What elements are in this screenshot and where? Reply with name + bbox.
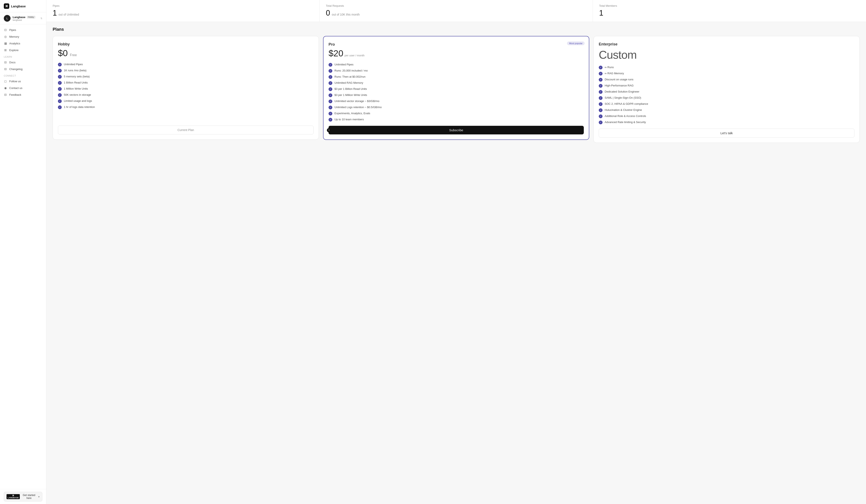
explore-icon: ⊞ bbox=[4, 48, 7, 52]
plans-grid: Hobby $0 Free ✓ Unlimited Pipes ✓ 1K run… bbox=[53, 36, 860, 143]
enterprise-action: Let's talk bbox=[599, 128, 854, 138]
org-name: Langbase bbox=[13, 15, 25, 19]
chevron-icon: ⇅ bbox=[41, 17, 42, 20]
check-icon: ✓ bbox=[58, 87, 62, 91]
plan-card-hobby: Hobby $0 Free ✓ Unlimited Pipes ✓ 1K run… bbox=[53, 36, 319, 140]
check-icon: ✓ bbox=[329, 69, 332, 73]
check-icon: ✓ bbox=[329, 87, 332, 91]
enterprise-price: Custom bbox=[599, 48, 854, 61]
sidebar-item-docs[interactable]: ⊟ Docs bbox=[0, 59, 46, 66]
check-icon: ✓ bbox=[599, 114, 602, 118]
main-content: Pipes 1 out of Unlimited Total Requests … bbox=[46, 0, 866, 504]
feature-item: ✓ Runs: 20,000 included / mo bbox=[329, 69, 584, 73]
feature-item: ✓ Hulucination & Clustrer Engine bbox=[599, 108, 854, 112]
logo-icon: ⌘ bbox=[4, 3, 9, 9]
feature-item: ✓ $3 per 1 Million Write Units bbox=[329, 93, 584, 97]
stat-requests-sub: out of 10K this month bbox=[332, 13, 359, 16]
check-icon: ✓ bbox=[599, 96, 602, 100]
stat-members-number: 1 bbox=[599, 9, 603, 18]
check-icon: ✓ bbox=[329, 118, 332, 122]
feature-text: ∞ Runs bbox=[604, 66, 614, 69]
sidebar-item-explore[interactable]: ⊞ Explore bbox=[0, 47, 46, 54]
sidebar-item-memory[interactable]: ◎ Memory bbox=[0, 33, 46, 40]
feature-text: 5 memory sets (beta) bbox=[64, 75, 90, 79]
feature-item: ✓ 1K runs /mo (beta) bbox=[58, 69, 314, 72]
memory-icon: ◎ bbox=[4, 35, 7, 38]
feature-text: Unlimited vector storage ~ $3/GB/mo bbox=[334, 99, 379, 103]
nav-label-explore: Explore bbox=[9, 49, 19, 52]
feature-text: High-Performance RAG bbox=[604, 84, 633, 88]
feature-item: ✓ Additional Role & Access Controls bbox=[599, 114, 854, 118]
subscribe-button[interactable]: Subscribe bbox=[329, 126, 584, 135]
sidebar-bottom: ⌘ LANGBASE Get started here » bbox=[0, 489, 46, 504]
docs-icon: ⊟ bbox=[4, 60, 7, 64]
hobby-price-label: Free bbox=[70, 53, 77, 57]
contact-icon: ◉ bbox=[4, 86, 7, 90]
feature-text: Unlimited Pipes bbox=[64, 62, 83, 66]
feature-text: Runs: Then at $0.002/run bbox=[334, 75, 365, 79]
feature-text: Unlimited RAG Memory bbox=[334, 81, 363, 85]
feature-text: Hulucination & Clustrer Engine bbox=[604, 108, 642, 112]
learn-section-label: Learn bbox=[0, 54, 46, 59]
feature-item: ✓ Unlimited vector storage ~ $3/GB/mo bbox=[329, 99, 584, 103]
org-slug: langbase bbox=[13, 19, 38, 21]
get-started-button[interactable]: ⌘ LANGBASE Get started here » bbox=[4, 492, 42, 502]
langbase-tag: ⌘ LANGBASE bbox=[7, 494, 20, 499]
check-icon: ✓ bbox=[58, 93, 62, 97]
sidebar-item-analytics[interactable]: ▦ Analytics bbox=[0, 40, 46, 47]
feature-text: SOC 2, HIPAA & GDPR compliance bbox=[604, 102, 648, 106]
check-icon: ✓ bbox=[599, 102, 602, 106]
plan-pro-name: Pro bbox=[329, 42, 584, 47]
org-switcher[interactable]: L Langbase Hobby langbase ⇅ bbox=[0, 12, 46, 24]
check-icon: ✓ bbox=[329, 106, 332, 110]
hobby-price-amount: $0 bbox=[58, 48, 68, 58]
pipes-icon: ⊡ bbox=[4, 28, 7, 32]
sidebar-item-feedback[interactable]: ⊟ Feedback bbox=[0, 91, 46, 98]
org-avatar: L bbox=[4, 15, 11, 22]
feature-item: ✓ Limited usage and logs bbox=[58, 99, 314, 103]
feature-item: ✓ Runs: Then at $0.002/run bbox=[329, 75, 584, 79]
check-icon: ✓ bbox=[599, 78, 602, 82]
app-name: Langbase bbox=[11, 4, 26, 8]
feature-text: Limited usage and logs bbox=[64, 99, 92, 103]
sidebar-item-follow[interactable]: ◻ Follow us bbox=[0, 78, 46, 84]
feature-text: 1K runs /mo (beta) bbox=[64, 69, 87, 72]
plan-hobby-price: $0 Free bbox=[58, 48, 314, 58]
feature-item: ✓ SAML | Single-Sign-On (SSO) bbox=[599, 96, 854, 100]
sidebar-item-changelog[interactable]: ⊟ Changelog bbox=[0, 66, 46, 72]
check-icon: ✓ bbox=[329, 100, 332, 103]
feature-text: 1 Billion Read Units bbox=[64, 81, 88, 84]
lets-talk-button[interactable]: Let's talk bbox=[599, 128, 854, 138]
check-icon: ✓ bbox=[58, 105, 62, 109]
feature-text: ∞ RAG Memory bbox=[604, 71, 624, 75]
feature-item: ✓ High-Performance RAG bbox=[599, 84, 854, 88]
feature-item: ✓ Dedicated Solution Engineer bbox=[599, 90, 854, 94]
sidebar: ⌘ Langbase L Langbase Hobby langbase ⇅ ⊡… bbox=[0, 0, 46, 504]
feature-text: Runs: 20,000 included / mo bbox=[334, 69, 368, 72]
check-icon: ✓ bbox=[329, 75, 332, 79]
feature-item: ✓ ∞ RAG Memory bbox=[599, 71, 854, 76]
feature-item: ✓ Up to 10 team members bbox=[329, 117, 584, 122]
arrow-icon: » bbox=[38, 495, 40, 498]
sidebar-item-contact[interactable]: ◉ Contact us bbox=[0, 84, 46, 91]
stat-members-label: Total Members bbox=[599, 4, 860, 7]
org-badge: Hobby bbox=[27, 16, 35, 19]
enterprise-features: ✓ ∞ Runs ✓ ∞ RAG Memory ✓ Discount on us… bbox=[599, 66, 854, 124]
nav-label-follow: Follow us bbox=[9, 80, 21, 83]
feature-item: ✓ 5 memory sets (beta) bbox=[58, 75, 314, 79]
feature-item: ✓ Experiments, Analytics, Evals bbox=[329, 112, 584, 115]
feature-text: 50K vectors in storage bbox=[64, 93, 91, 97]
sidebar-item-pipes[interactable]: ⊡ Pipes bbox=[0, 26, 46, 33]
current-plan-button[interactable]: Current Plan bbox=[58, 126, 314, 135]
most-popular-badge: Most popular bbox=[567, 42, 585, 45]
pro-action: 1 Subscribe bbox=[329, 126, 584, 135]
nav-label-changelog: Changelog bbox=[9, 68, 23, 71]
nav-label-docs: Docs bbox=[9, 61, 15, 64]
org-info: Langbase Hobby langbase bbox=[13, 15, 38, 21]
stat-requests: Total Requests 0 out of 10K this month bbox=[320, 0, 593, 22]
changelog-icon: ⊟ bbox=[4, 67, 7, 71]
feature-item: ✓ Unlimited RAG Memory bbox=[329, 81, 584, 85]
subscribe-badge: 1 bbox=[327, 128, 331, 132]
feature-text: 1 hr of logs data retention bbox=[64, 105, 95, 109]
feature-item: ✓ $3 per 1 Billion Read Units bbox=[329, 87, 584, 91]
